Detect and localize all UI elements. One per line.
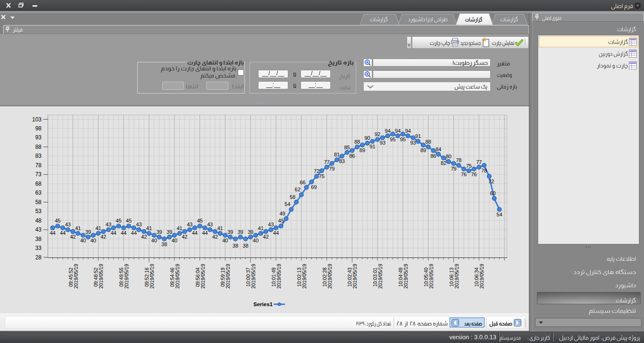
svg-text:93: 93 bbox=[410, 140, 416, 146]
svg-text:45: 45 bbox=[116, 218, 121, 223]
svg-text:40: 40 bbox=[222, 238, 228, 243]
svg-text:68: 68 bbox=[35, 180, 42, 187]
svg-text:45: 45 bbox=[278, 218, 284, 223]
svg-text:41: 41 bbox=[258, 225, 264, 231]
svg-text:92: 92 bbox=[375, 131, 380, 137]
svg-text:44: 44 bbox=[110, 230, 116, 236]
svg-text:79: 79 bbox=[329, 166, 335, 172]
svg-text:88: 88 bbox=[426, 139, 431, 145]
svg-text:42: 42 bbox=[100, 234, 106, 240]
svg-text:2019/05/19: 2019/05/19 bbox=[73, 264, 79, 289]
svg-text:40: 40 bbox=[172, 238, 177, 243]
svg-text:38: 38 bbox=[161, 241, 167, 247]
svg-text:28: 28 bbox=[35, 254, 42, 261]
svg-text:2019/05/19: 2019/05/19 bbox=[327, 264, 333, 289]
svg-text:2019/05/19: 2019/05/19 bbox=[428, 264, 434, 289]
svg-text:33: 33 bbox=[35, 245, 42, 251]
svg-text:85: 85 bbox=[344, 145, 350, 150]
svg-text:2019/05/19: 2019/05/19 bbox=[225, 264, 231, 289]
svg-text:45: 45 bbox=[197, 218, 202, 223]
svg-text:75: 75 bbox=[466, 163, 472, 169]
svg-text:39: 39 bbox=[227, 229, 233, 235]
svg-text:38: 38 bbox=[233, 243, 238, 249]
svg-text:58: 58 bbox=[35, 199, 42, 206]
svg-text:2019/05/19: 2019/05/19 bbox=[276, 264, 282, 289]
svg-text:94: 94 bbox=[385, 128, 391, 134]
svg-text:38: 38 bbox=[243, 243, 248, 249]
svg-text:69: 69 bbox=[311, 184, 317, 190]
svg-text:94: 94 bbox=[395, 128, 401, 134]
svg-text:44: 44 bbox=[131, 230, 137, 236]
svg-text:49: 49 bbox=[279, 211, 285, 216]
svg-text:43: 43 bbox=[207, 222, 213, 227]
svg-text:Series1: Series1 bbox=[253, 301, 273, 307]
svg-text:94: 94 bbox=[405, 128, 411, 134]
svg-text:93: 93 bbox=[35, 134, 42, 141]
svg-text:60: 60 bbox=[490, 190, 495, 196]
svg-text:2019/05/19: 2019/05/19 bbox=[454, 264, 460, 289]
svg-text:40: 40 bbox=[90, 238, 96, 243]
svg-text:78: 78 bbox=[35, 162, 42, 169]
svg-text:39: 39 bbox=[156, 229, 162, 235]
svg-text:41: 41 bbox=[217, 225, 223, 231]
svg-text:75: 75 bbox=[319, 173, 325, 179]
svg-text:45: 45 bbox=[126, 218, 132, 223]
svg-text:73: 73 bbox=[35, 171, 42, 178]
svg-text:79: 79 bbox=[451, 166, 456, 172]
svg-text:42: 42 bbox=[212, 234, 218, 240]
svg-text:44: 44 bbox=[60, 230, 66, 236]
svg-text:48: 48 bbox=[35, 217, 42, 224]
svg-text:42: 42 bbox=[182, 234, 187, 240]
svg-text:84: 84 bbox=[435, 146, 441, 152]
svg-text:89: 89 bbox=[360, 147, 365, 153]
svg-text:44: 44 bbox=[50, 230, 55, 236]
svg-text:45: 45 bbox=[55, 218, 60, 223]
svg-text:42: 42 bbox=[263, 234, 268, 240]
svg-text:95: 95 bbox=[400, 137, 406, 142]
svg-text:2019/05/19: 2019/05/19 bbox=[377, 264, 383, 289]
svg-text:44: 44 bbox=[273, 230, 279, 236]
svg-text:41: 41 bbox=[176, 225, 182, 231]
svg-text:86: 86 bbox=[349, 153, 355, 159]
svg-text:43: 43 bbox=[65, 222, 71, 227]
svg-text:43: 43 bbox=[268, 222, 274, 227]
svg-text:2019/05/19: 2019/05/19 bbox=[251, 264, 256, 289]
svg-text:41: 41 bbox=[75, 225, 81, 231]
svg-text:66: 66 bbox=[300, 180, 305, 185]
svg-text:2019/05/19: 2019/05/19 bbox=[403, 264, 409, 289]
svg-text:80: 80 bbox=[446, 154, 452, 159]
svg-text:86: 86 bbox=[430, 153, 436, 159]
svg-text:54: 54 bbox=[284, 201, 290, 207]
svg-text:77: 77 bbox=[324, 159, 329, 165]
svg-text:44: 44 bbox=[121, 230, 126, 236]
svg-text:77: 77 bbox=[476, 159, 482, 165]
svg-text:39: 39 bbox=[248, 229, 253, 235]
svg-text:98: 98 bbox=[35, 125, 42, 132]
svg-text:2019/05/19: 2019/05/19 bbox=[98, 264, 104, 289]
svg-text:82: 82 bbox=[441, 160, 446, 166]
svg-text:40: 40 bbox=[151, 238, 157, 243]
svg-text:43: 43 bbox=[106, 222, 111, 227]
svg-text:58: 58 bbox=[290, 194, 295, 200]
svg-text:89: 89 bbox=[420, 147, 426, 153]
svg-text:38: 38 bbox=[35, 236, 42, 242]
svg-text:2019/05/19: 2019/05/19 bbox=[301, 264, 307, 289]
svg-text:76: 76 bbox=[461, 172, 467, 177]
svg-text:2019/05/19: 2019/05/19 bbox=[352, 264, 358, 289]
svg-text:40: 40 bbox=[253, 238, 259, 243]
svg-text:2019/05/19: 2019/05/19 bbox=[124, 264, 129, 289]
svg-text:83: 83 bbox=[35, 153, 42, 159]
svg-text:93: 93 bbox=[380, 140, 385, 146]
svg-text:2019/05/19: 2019/05/19 bbox=[479, 264, 485, 289]
svg-text:41: 41 bbox=[95, 225, 101, 231]
svg-text:76: 76 bbox=[471, 172, 477, 177]
svg-text:40: 40 bbox=[80, 238, 86, 243]
svg-text:39: 39 bbox=[237, 229, 243, 235]
svg-text:63: 63 bbox=[35, 189, 42, 196]
svg-text:2019/05/19: 2019/05/19 bbox=[175, 264, 180, 289]
svg-text:91: 91 bbox=[415, 133, 421, 139]
svg-text:72: 72 bbox=[488, 179, 494, 184]
svg-text:62: 62 bbox=[295, 187, 301, 192]
svg-text:78: 78 bbox=[481, 168, 487, 173]
svg-text:39: 39 bbox=[85, 229, 91, 235]
